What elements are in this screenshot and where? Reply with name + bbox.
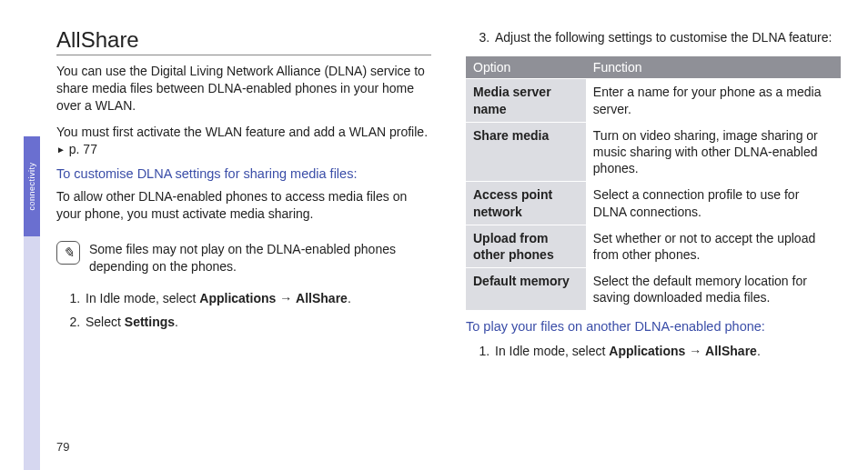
step-1-play: In Idle mode, select Applications → AllS… bbox=[493, 341, 841, 361]
para-media-sharing: To allow other DLNA-enabled phones to ac… bbox=[56, 188, 431, 223]
note-icon: ✎ bbox=[56, 241, 80, 265]
opt-cell: Share media bbox=[466, 122, 586, 182]
fn-cell: Turn on video sharing, image sharing or … bbox=[586, 122, 841, 182]
side-label: connectivity bbox=[27, 162, 36, 210]
applications-label: Applications bbox=[199, 291, 276, 305]
step1b-text-e: . bbox=[757, 344, 761, 358]
options-table: Option Function Media server name Enter … bbox=[466, 56, 841, 310]
left-column: AllShare You can use the Digital Living … bbox=[56, 27, 431, 452]
table-row: Default memory Select the default memory… bbox=[466, 268, 841, 311]
table-row: Access point network Select a connection… bbox=[466, 182, 841, 225]
table-header-row: Option Function bbox=[466, 56, 841, 79]
th-option: Option bbox=[466, 56, 586, 79]
opt-cell: Upload from other phones bbox=[466, 225, 586, 267]
step2-text-c: . bbox=[175, 315, 178, 329]
step2-text-a: Select bbox=[86, 315, 125, 329]
intro-para-1: You can use the Digital Living Network A… bbox=[56, 63, 431, 115]
table-row: Upload from other phones Set whether or … bbox=[466, 225, 841, 267]
side-gap-top bbox=[24, 0, 40, 136]
reference-arrow-icon: ► bbox=[56, 144, 66, 156]
side-accent: connectivity bbox=[24, 136, 40, 236]
th-function: Function bbox=[586, 56, 841, 79]
intro-para-2: You must first activate the WLAN feature… bbox=[56, 124, 431, 158]
side-tab: connectivity bbox=[24, 0, 40, 470]
heading-underline bbox=[56, 55, 431, 55]
fn-cell: Select the default memory location for s… bbox=[586, 268, 841, 311]
step1-text-e: . bbox=[348, 291, 351, 305]
steps-list-right-bottom: In Idle mode, select Applications → AllS… bbox=[466, 341, 841, 365]
steps-list-left: In Idle mode, select Applications → AllS… bbox=[56, 288, 431, 336]
arrow-icon-2: → bbox=[685, 344, 705, 358]
page-number: 79 bbox=[56, 440, 69, 454]
allshare-label: AllShare bbox=[296, 291, 348, 305]
opt-cell: Media server name bbox=[466, 79, 586, 122]
step1b-text-a: In Idle mode, select bbox=[495, 344, 609, 358]
note-box: ✎ Some files may not play on the DLNA-en… bbox=[56, 241, 431, 275]
page-content: AllShare You can use the Digital Living … bbox=[56, 27, 841, 452]
step-1: In Idle mode, select Applications → AllS… bbox=[84, 288, 431, 308]
table-row: Share media Turn on video sharing, image… bbox=[466, 122, 841, 182]
fn-cell: Enter a name for your phone as a media s… bbox=[586, 79, 841, 122]
p2-text-a: You must first activate the WLAN feature… bbox=[56, 125, 428, 139]
section-heading: AllShare bbox=[56, 27, 431, 53]
settings-label: Settings bbox=[125, 315, 175, 329]
steps-list-right-top: Adjust the following settings to customi… bbox=[466, 27, 841, 51]
step1-text-a: In Idle mode, select bbox=[86, 291, 199, 305]
fn-cell: Select a connection profile to use for D… bbox=[586, 182, 841, 225]
step-2: Select Settings. bbox=[84, 312, 431, 332]
opt-cell: Access point network bbox=[466, 182, 586, 225]
step-3: Adjust the following settings to customi… bbox=[493, 27, 841, 47]
p2-text-b: p. 77 bbox=[66, 142, 97, 156]
applications-label-2: Applications bbox=[609, 344, 685, 358]
table-row: Media server name Enter a name for your … bbox=[466, 79, 841, 122]
side-gap-bottom bbox=[24, 236, 40, 470]
subheading-play: To play your files on another DLNA-enabl… bbox=[466, 319, 841, 334]
right-column: Adjust the following settings to customi… bbox=[466, 27, 841, 452]
allshare-label-2: AllShare bbox=[705, 344, 757, 358]
subheading-customise: To customise DLNA settings for sharing m… bbox=[56, 166, 431, 181]
fn-cell: Set whether or not to accept the upload … bbox=[586, 225, 841, 267]
arrow-icon: → bbox=[276, 291, 296, 305]
opt-cell: Default memory bbox=[466, 268, 586, 311]
note-text: Some files may not play on the DLNA-enab… bbox=[89, 241, 431, 275]
